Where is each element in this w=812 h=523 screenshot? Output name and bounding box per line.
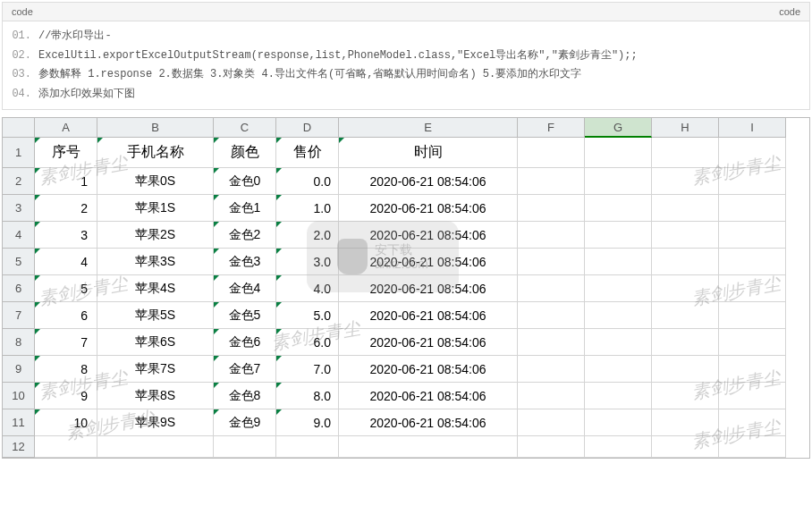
empty-cell[interactable] xyxy=(719,195,786,222)
cell-time[interactable]: 2020-06-21 08:54:06 xyxy=(339,329,518,356)
cell-color[interactable]: 金色6 xyxy=(214,329,276,356)
cell-price[interactable]: 4.0 xyxy=(276,275,339,302)
cell-index[interactable]: 6 xyxy=(35,302,97,329)
empty-cell[interactable] xyxy=(585,222,652,249)
select-all-corner[interactable] xyxy=(3,118,35,138)
column-header-F[interactable]: F xyxy=(518,118,585,138)
cell-time[interactable]: 2020-06-21 08:54:06 xyxy=(339,383,518,409)
empty-cell[interactable] xyxy=(276,436,339,458)
row-header-12[interactable]: 12 xyxy=(3,436,35,458)
empty-cell[interactable] xyxy=(585,329,652,356)
row-header-9[interactable]: 9 xyxy=(3,356,35,383)
cell-index[interactable]: 2 xyxy=(35,195,97,222)
cell-color[interactable]: 金色4 xyxy=(214,275,276,302)
cell-time[interactable]: 2020-06-21 08:54:06 xyxy=(339,249,518,275)
empty-cell[interactable] xyxy=(518,383,585,409)
row-header-2[interactable]: 2 xyxy=(3,168,35,195)
cell-time[interactable]: 2020-06-21 08:54:06 xyxy=(339,195,518,222)
row-header-11[interactable]: 11 xyxy=(3,409,35,436)
cell-name[interactable]: 苹果3S xyxy=(97,249,214,275)
empty-cell[interactable] xyxy=(652,409,719,436)
empty-cell[interactable] xyxy=(518,195,585,222)
column-header-E[interactable]: E xyxy=(339,118,518,138)
cell-color[interactable]: 金色9 xyxy=(214,409,276,436)
cell-price[interactable]: 9.0 xyxy=(276,409,339,436)
cell-name[interactable]: 苹果6S xyxy=(97,329,214,356)
cell-price[interactable]: 6.0 xyxy=(276,329,339,356)
empty-cell[interactable] xyxy=(339,436,518,458)
cell-index[interactable]: 1 xyxy=(35,168,97,195)
empty-cell[interactable] xyxy=(518,329,585,356)
cell-index[interactable]: 10 xyxy=(35,409,97,436)
data-header[interactable]: 时间 xyxy=(339,138,518,168)
empty-cell[interactable] xyxy=(719,275,786,302)
cell-name[interactable]: 苹果4S xyxy=(97,275,214,302)
row-header-1[interactable]: 1 xyxy=(3,138,35,168)
cell-name[interactable]: 苹果2S xyxy=(97,222,214,249)
empty-cell[interactable] xyxy=(652,275,719,302)
empty-cell[interactable] xyxy=(518,356,585,383)
cell-color[interactable]: 金色3 xyxy=(214,249,276,275)
cell-name[interactable]: 苹果8S xyxy=(97,383,214,409)
cell-color[interactable]: 金色5 xyxy=(214,302,276,329)
empty-cell[interactable] xyxy=(585,409,652,436)
cell-price[interactable]: 2.0 xyxy=(276,222,339,249)
data-header[interactable]: 售价 xyxy=(276,138,339,168)
row-header-8[interactable]: 8 xyxy=(3,329,35,356)
empty-cell[interactable] xyxy=(719,356,786,383)
cell-time[interactable]: 2020-06-21 08:54:06 xyxy=(339,302,518,329)
empty-cell[interactable] xyxy=(214,436,276,458)
empty-cell[interactable] xyxy=(719,436,786,458)
cell-index[interactable]: 3 xyxy=(35,222,97,249)
data-header[interactable]: 序号 xyxy=(35,138,97,168)
cell-time[interactable]: 2020-06-21 08:54:06 xyxy=(339,222,518,249)
cell-price[interactable]: 5.0 xyxy=(276,302,339,329)
empty-cell[interactable] xyxy=(518,138,585,168)
empty-cell[interactable] xyxy=(35,436,97,458)
row-header-5[interactable]: 5 xyxy=(3,249,35,275)
column-header-D[interactable]: D xyxy=(276,118,339,138)
empty-cell[interactable] xyxy=(719,222,786,249)
cell-price[interactable]: 1.0 xyxy=(276,195,339,222)
cell-price[interactable]: 3.0 xyxy=(276,249,339,275)
empty-cell[interactable] xyxy=(652,436,719,458)
empty-cell[interactable] xyxy=(719,168,786,195)
row-header-6[interactable]: 6 xyxy=(3,275,35,302)
cell-index[interactable]: 5 xyxy=(35,275,97,302)
empty-cell[interactable] xyxy=(585,249,652,275)
cell-time[interactable]: 2020-06-21 08:54:06 xyxy=(339,356,518,383)
cell-time[interactable]: 2020-06-21 08:54:06 xyxy=(339,409,518,436)
cell-name[interactable]: 苹果9S xyxy=(97,409,214,436)
cell-index[interactable]: 8 xyxy=(35,356,97,383)
cell-time[interactable]: 2020-06-21 08:54:06 xyxy=(339,275,518,302)
empty-cell[interactable] xyxy=(585,436,652,458)
cell-index[interactable]: 7 xyxy=(35,329,97,356)
cell-price[interactable]: 0.0 xyxy=(276,168,339,195)
cell-color[interactable]: 金色8 xyxy=(214,383,276,409)
empty-cell[interactable] xyxy=(719,302,786,329)
cell-color[interactable]: 金色1 xyxy=(214,195,276,222)
empty-cell[interactable] xyxy=(518,168,585,195)
cell-color[interactable]: 金色2 xyxy=(214,222,276,249)
cell-name[interactable]: 苹果0S xyxy=(97,168,214,195)
empty-cell[interactable] xyxy=(652,302,719,329)
cell-name[interactable]: 苹果5S xyxy=(97,302,214,329)
column-header-H[interactable]: H xyxy=(652,118,719,138)
empty-cell[interactable] xyxy=(652,356,719,383)
empty-cell[interactable] xyxy=(518,249,585,275)
data-header[interactable]: 手机名称 xyxy=(97,138,214,168)
cell-price[interactable]: 8.0 xyxy=(276,383,339,409)
empty-cell[interactable] xyxy=(518,275,585,302)
empty-cell[interactable] xyxy=(652,195,719,222)
column-header-C[interactable]: C xyxy=(214,118,276,138)
row-header-10[interactable]: 10 xyxy=(3,383,35,409)
empty-cell[interactable] xyxy=(585,195,652,222)
cell-index[interactable]: 4 xyxy=(35,249,97,275)
column-header-I[interactable]: I xyxy=(719,118,786,138)
empty-cell[interactable] xyxy=(719,409,786,436)
row-header-4[interactable]: 4 xyxy=(3,222,35,249)
empty-cell[interactable] xyxy=(719,249,786,275)
empty-cell[interactable] xyxy=(719,329,786,356)
empty-cell[interactable] xyxy=(585,302,652,329)
data-header[interactable]: 颜色 xyxy=(214,138,276,168)
